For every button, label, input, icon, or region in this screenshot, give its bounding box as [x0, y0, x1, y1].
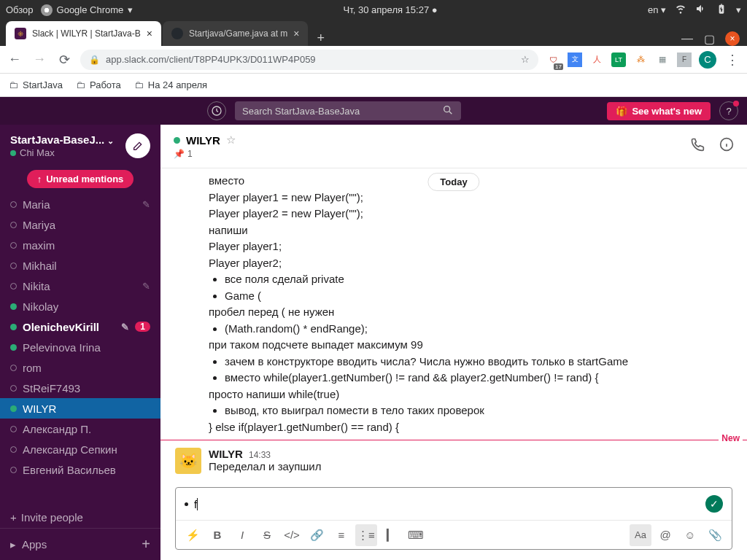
presence-dot	[10, 283, 17, 289]
message-time: 14:33	[249, 450, 271, 460]
sidebar-dm-item[interactable]: maxim	[0, 235, 160, 255]
ext-translate-icon[interactable]: 文	[568, 52, 582, 67]
reload-button[interactable]: ⟳	[55, 52, 73, 68]
message-input[interactable]: f ✓	[176, 488, 732, 520]
folder-icon: 🗀	[76, 79, 85, 90]
github-favicon	[171, 28, 183, 39]
code-button[interactable]: </>	[281, 524, 303, 546]
profile-avatar[interactable]: С	[699, 51, 716, 69]
folder-icon: 🗀	[9, 79, 18, 90]
edit-icon[interactable]: ✎	[142, 281, 150, 292]
attach-button[interactable]: 📎	[704, 524, 726, 546]
tab-github[interactable]: Startjava/Game.java at m ×	[163, 21, 309, 46]
lang-indicator[interactable]: en ▾	[648, 4, 666, 15]
presence-dot	[10, 150, 16, 156]
date-divider[interactable]: Today	[427, 173, 479, 191]
app-menu[interactable]: Google Chrome ▾	[41, 4, 133, 16]
bullet-icon	[185, 502, 188, 506]
presence-dot	[10, 446, 17, 453]
send-button[interactable]: ✓	[705, 495, 723, 513]
sidebar-dm-item[interactable]: Александр П.	[0, 419, 160, 439]
ext-icon-7[interactable]: F	[677, 52, 692, 67]
sidebar-dm-item[interactable]: Евгений Васильев	[0, 459, 160, 480]
star-icon[interactable]: ☆	[226, 133, 236, 147]
ul-button[interactable]: ⋮≡	[355, 524, 377, 546]
italic-button[interactable]: I	[231, 524, 253, 546]
unread-mentions-pill[interactable]: ↑ Unread mentions	[27, 170, 134, 188]
help-button[interactable]: ?	[719, 101, 738, 120]
lightning-icon[interactable]: ⚡	[182, 524, 204, 546]
apps-section[interactable]: ▸ Apps	[10, 538, 47, 551]
close-icon[interactable]: ×	[147, 28, 152, 39]
ext-icon-6[interactable]: ▦	[655, 52, 670, 67]
info-button[interactable]	[719, 137, 734, 155]
bookmark-folder[interactable]: 🗀На 24 апреля	[134, 79, 207, 90]
presence-dot	[10, 405, 17, 412]
bookmark-folder[interactable]: 🗀Работа	[76, 79, 121, 90]
channel-title[interactable]: WILYR ☆	[174, 133, 236, 147]
sidebar-dm-item[interactable]: WILYR	[0, 398, 160, 419]
arrow-up-icon: ↑	[37, 174, 42, 184]
sidebar-dm-item[interactable]: rom	[0, 357, 160, 378]
pinned-count[interactable]: 📌 1	[174, 149, 236, 159]
format-toggle[interactable]: Aa	[630, 524, 651, 546]
tab-slack[interactable]: ⁜ Slack | WILYR | StartJava-B ×	[6, 21, 161, 46]
window-close-button[interactable]: ×	[725, 31, 740, 46]
sidebar-dm-item[interactable]: Maria✎	[0, 194, 160, 214]
lock-icon: 🔒	[89, 55, 100, 65]
sidebar-dm-item[interactable]: Mikhail	[0, 255, 160, 276]
activities[interactable]: Обзор	[6, 4, 34, 15]
sidebar-dm-item[interactable]: StReiF7493	[0, 378, 160, 398]
sidebar-dm-item[interactable]: Mariya	[0, 214, 160, 235]
message-author[interactable]: WILYR	[209, 448, 243, 460]
back-button[interactable]: ←	[6, 52, 23, 67]
link-button[interactable]: 🔗	[306, 524, 328, 546]
call-button[interactable]	[690, 137, 705, 155]
bookmark-folder[interactable]: 🗀StartJava	[9, 79, 63, 90]
mention-button[interactable]: @	[654, 524, 676, 546]
chevron-right-icon: ▸	[10, 538, 16, 551]
new-tab-button[interactable]: +	[309, 31, 332, 46]
menu-button[interactable]: ⋮	[724, 52, 741, 68]
bookmark-star-icon[interactable]: ☆	[521, 54, 530, 65]
slack-favicon: ⁜	[15, 28, 26, 39]
message-list[interactable]: Today вместоPlayer player1 = new Player(…	[160, 168, 747, 487]
minimize-button[interactable]: —	[681, 33, 693, 44]
search-input[interactable]: Search StartJava-BaseJava	[235, 101, 461, 120]
invite-people[interactable]: + Invite people	[0, 507, 160, 528]
sidebar-dm-item[interactable]: Pelevinova Irina	[0, 337, 160, 357]
sidebar-dm-item[interactable]: OlenichevKirill✎1	[0, 316, 160, 337]
url-input[interactable]: 🔒 app.slack.com/client/T8PP4UPK3/D011WP4…	[80, 50, 538, 70]
history-button[interactable]	[207, 101, 226, 120]
emoji-button[interactable]: ☺	[679, 524, 701, 546]
maximize-button[interactable]: ▢	[703, 33, 715, 44]
whats-new-button[interactable]: 🎁 See what's new	[607, 102, 711, 120]
bold-button[interactable]: B	[206, 524, 228, 546]
ext-icon-4[interactable]: LT	[611, 52, 626, 67]
workspace-switcher[interactable]: StartJava-BaseJ...⌄ Chi Max	[0, 125, 160, 167]
ext-adblock-icon[interactable]: 🛡17	[546, 52, 560, 67]
presence-dot	[10, 426, 17, 432]
edit-icon[interactable]: ✎	[121, 322, 129, 332]
ol-button[interactable]: ≡	[330, 524, 352, 546]
quote-button[interactable]: ▎	[380, 524, 402, 546]
strike-button[interactable]: S	[256, 524, 278, 546]
presence-dot	[10, 242, 17, 249]
wifi-icon	[675, 3, 686, 17]
extensions: 🛡17 文 人 LT ⁂ ▦ F С ⋮	[546, 51, 741, 69]
power-menu[interactable]: ▾	[736, 4, 741, 15]
codeblock-button[interactable]: ⌨	[405, 524, 427, 546]
clock[interactable]: Чт, 30 апреля 15:27	[344, 4, 430, 15]
sidebar-dm-item[interactable]: Nikita✎	[0, 276, 160, 296]
add-app-button[interactable]: +	[142, 536, 150, 553]
ext-icon-5[interactable]: ⁂	[633, 52, 648, 67]
sidebar-dm-item[interactable]: Александр Сепкин	[0, 439, 160, 459]
compose-button[interactable]	[125, 133, 150, 158]
avatar[interactable]: 🐱	[175, 448, 201, 474]
edit-icon[interactable]: ✎	[142, 199, 150, 210]
close-icon[interactable]: ×	[293, 28, 299, 39]
sidebar-dm-item[interactable]: Nikolay	[0, 296, 160, 316]
ext-icon-3[interactable]: 人	[589, 52, 604, 67]
new-divider: New	[160, 440, 747, 440]
presence-dot	[10, 303, 17, 310]
